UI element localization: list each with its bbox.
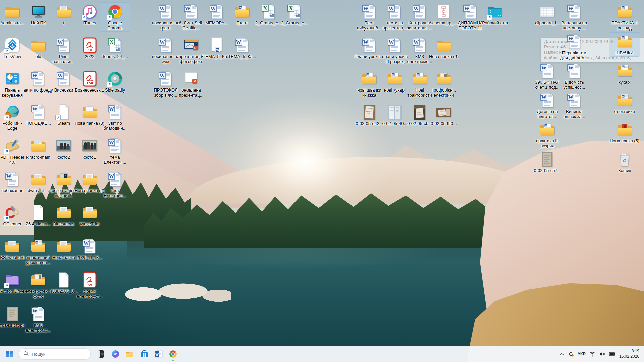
desktop-icon[interactable]: W390 БФ ПАЛ счёт 1 под... [532, 62, 562, 90]
desktop-icon[interactable]: 0-02-05-9f0... [429, 103, 459, 127]
shortcut-arrow-icon [81, 15, 87, 20]
desktop-icon[interactable]: WВідомість успішнос... [559, 62, 589, 90]
desktop-icon[interactable]: schema_tp_... [429, 3, 459, 26]
desktop-icon-label: 0-02-05-cb... [407, 121, 432, 126]
word-icon: W [30, 104, 46, 120]
desktop-icon[interactable]: Wтема Електрич... [100, 137, 130, 165]
desktop-icon-label: 2025-11-13... [77, 255, 102, 260]
desktop-icon-label: Перелік тем для диплом... [559, 51, 589, 60]
word-icon: W [234, 37, 250, 53]
desktop-icon-label: 2022 [85, 54, 95, 59]
svg-text:W: W [363, 6, 369, 11]
start-button[interactable] [4, 348, 15, 360]
desktop-icon-label: 0-02-05-c57... [534, 168, 561, 173]
shortcut-arrow-icon [107, 15, 112, 20]
svg-text:PDF: PDF [87, 81, 93, 85]
language-indicator[interactable]: УКР [578, 352, 586, 356]
word-icon: W [387, 4, 403, 20]
copilot-icon[interactable] [110, 349, 120, 359]
desktop-icon[interactable]: WЗавдання на поетапну ... [559, 3, 589, 31]
desktop-icon[interactable]: PDFсхеми електроуст... [74, 271, 105, 299]
folderpage-icon [82, 171, 98, 187]
desktop-icon[interactable]: WВиписка оцінок за... [559, 91, 589, 120]
desktop-icon[interactable]: WПерелік тем для диплом... [559, 33, 589, 61]
desktop-icon[interactable]: Нова папка (5) [609, 121, 640, 144]
folderpage-icon [30, 138, 46, 154]
wifi-icon[interactable] [589, 351, 595, 357]
sync-status-icon[interactable] [568, 351, 574, 357]
dark-app-icon[interactable] [96, 349, 106, 359]
desktop-icon[interactable]: X2_Grants_A... [279, 3, 310, 26]
excel-icon: X [261, 4, 277, 20]
desktop-icon[interactable]: Робочий стіл [480, 3, 510, 26]
desktop-icon-label: Нова папка (5) [610, 139, 639, 144]
svg-text:W: W [36, 241, 38, 244]
schema-icon [436, 4, 452, 20]
word-icon: W [158, 4, 174, 20]
desktop-icon-label: 2_Grants_A... [255, 21, 282, 26]
desktop-icon[interactable]: WШВАЧКИ [609, 33, 640, 56]
desktop-icon-label: оновлена презентац... [176, 88, 206, 98]
svg-text:W: W [541, 65, 547, 71]
desktop-icon[interactable]: WКМЗ електромо... [23, 305, 53, 334]
desktop-icon[interactable]: Pоновлена презентац... [176, 70, 206, 98]
folderpage-icon [30, 171, 46, 187]
desktop-icon-label: LetsView [4, 54, 21, 59]
desktop-icon[interactable]: ♻Кошик [609, 150, 640, 174]
folderdoc-icon: W [234, 4, 250, 20]
word-app-icon[interactable]: W [154, 349, 164, 359]
desktop-icon[interactable]: WДоговір на підготов... [532, 91, 562, 120]
desktop-icon[interactable]: WaveTrial [74, 203, 105, 227]
shortcut-arrow-icon [55, 115, 61, 120]
chrome-app-icon[interactable] [168, 349, 178, 359]
pdf-icon: PDF [82, 37, 98, 53]
clock[interactable]: 8:19 16.02.2026 [619, 349, 639, 359]
desktop-icon[interactable]: Нова папка (4) [429, 36, 459, 60]
svg-text:P: P [194, 46, 197, 50]
desktop-icon[interactable]: Wтест Електрич... [100, 170, 130, 199]
tray-chevron-up-icon[interactable] [560, 352, 564, 356]
desktop-icon[interactable]: W2025-11-13... [74, 237, 105, 261]
taskbar-pinned-apps: W [96, 349, 178, 359]
desktop-icon[interactable]: WГрант [227, 3, 257, 26]
desktop-icon[interactable]: Wелектрики [609, 91, 640, 115]
svg-text:W: W [236, 39, 241, 45]
file-explorer-icon[interactable] [125, 349, 135, 359]
svg-text:W: W [155, 352, 159, 356]
desktop-icon[interactable]: профорієн... електрики [429, 70, 459, 98]
photo1-icon [56, 138, 72, 154]
desktop-icon-label: Bluestacks [53, 222, 74, 227]
blank-icon [56, 272, 72, 288]
desktop-icon-label: Відомість успішнос... [559, 80, 589, 90]
desktop-icon-label: Договір на підготов... [532, 109, 562, 119]
word-icon: W [158, 37, 174, 53]
volume-muted-icon[interactable] [599, 351, 605, 357]
desktop-icon[interactable]: WТЕМА_5_Ка... [227, 36, 257, 60]
svg-text:W: W [568, 36, 574, 41]
folderdoc-icon: W [616, 63, 633, 79]
search-input[interactable]: Пошук [19, 348, 91, 360]
word-icon: W [539, 92, 555, 108]
folderpage-icon [82, 204, 98, 221]
desktop-icon[interactable]: 0-02-05-c57... [532, 150, 562, 174]
scan1-icon [361, 104, 377, 120]
desktop-icon[interactable]: WПРАКТИКА ІІ розряд [609, 3, 640, 31]
desktop-icon-label: Висновки [54, 88, 73, 93]
desktop-icon-label: Administra... [0, 21, 24, 26]
desktop-icon-label: WaveTrial [80, 222, 99, 227]
desktop-icon[interactable]: Wкухарі [609, 62, 640, 86]
desktop-icon[interactable]: XTeams_24_... [100, 36, 130, 60]
desktop-icon[interactable]: Wпрактика ІІІ розряд [532, 121, 562, 149]
word-icon: W [158, 71, 174, 87]
desktop-icon[interactable]: WЗвіт по благодійн... [100, 103, 130, 131]
desktop-icon[interactable]: Sideloadly [100, 70, 130, 94]
windows-logo-icon [6, 350, 13, 358]
photo2-icon [82, 138, 98, 154]
pdf-icon: PDF [82, 71, 98, 87]
battery-icon[interactable] [609, 352, 615, 356]
word-icon: W [30, 71, 46, 87]
desktop-icon[interactable]: Google Chrome [100, 3, 130, 31]
desktop-icon[interactable]: clipboard_i... [532, 3, 562, 26]
microsoft-store-icon[interactable] [139, 349, 149, 359]
excel-icon: X [286, 4, 303, 20]
